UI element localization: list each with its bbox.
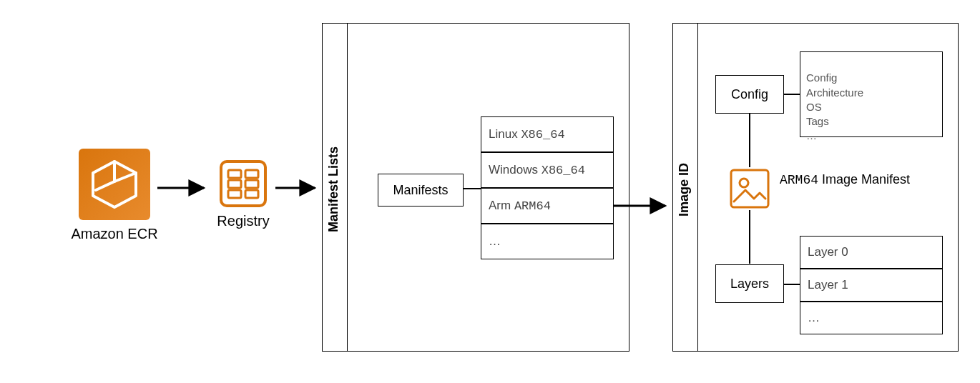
registry-label: Registry (207, 213, 279, 229)
platform-arch-2: ARM64 (514, 199, 551, 213)
platform-row-0: Linux X86_64 (481, 116, 614, 152)
image-manifest-icon (728, 167, 771, 210)
manifests-label: Manifests (393, 183, 448, 198)
arrow-arm-to-imageid (614, 197, 671, 214)
svg-rect-14 (731, 170, 768, 207)
layers-label-box: Layers (715, 264, 784, 303)
layer-0-label: Layer 0 (808, 245, 848, 259)
platform-more: … (489, 234, 501, 249)
platform-row-1: Windows X86_64 (481, 152, 614, 188)
config-label: Config (731, 87, 768, 102)
image-id-side-label: Image ID (677, 150, 694, 229)
layer-1-label: Layer 1 (808, 278, 848, 292)
image-manifest-title: ARM64 Image Manifest (780, 171, 944, 189)
layer-more-label: … (808, 311, 820, 325)
platform-row-2: Arm ARM64 (481, 188, 614, 224)
svg-rect-0 (79, 149, 150, 220)
image-manifest-arch: ARM64 (780, 173, 818, 187)
manifests-label-box: Manifests (378, 174, 464, 207)
platform-os-1: Windows (489, 163, 538, 177)
config-details: Config Architecture OS Tags … (806, 71, 863, 141)
connector-layers-to-list (784, 280, 801, 289)
platform-arch-0: X86_64 (521, 128, 564, 141)
amazon-ecr-label: Amazon ECR (50, 226, 179, 242)
connector-config-to-icon (745, 114, 754, 169)
manifest-lists-side-label: Manifest Lists (326, 121, 343, 257)
config-details-box: Config Architecture OS Tags … (800, 51, 943, 137)
layers-label: Layers (730, 277, 769, 292)
platform-row-more: … (481, 224, 614, 259)
platform-os-0: Linux (489, 127, 518, 141)
layer-row-0: Layer 0 (800, 236, 943, 269)
image-manifest-rest: Image Manifest (818, 172, 910, 186)
connector-config-to-details (784, 90, 801, 99)
layer-row-more: … (800, 302, 943, 334)
arrow-registry-to-manifestlists (272, 177, 322, 199)
connector-manifests-to-platforms (464, 184, 482, 193)
platform-arch-1: X86_64 (542, 164, 585, 177)
amazon-ecr-icon (79, 149, 150, 220)
registry-icon (218, 159, 268, 209)
config-label-box: Config (715, 75, 784, 114)
platform-os-2: Arm (489, 199, 511, 213)
arrow-ecr-to-registry (154, 177, 211, 199)
layer-row-1: Layer 1 (800, 269, 943, 302)
connector-icon-to-layers (745, 210, 754, 266)
